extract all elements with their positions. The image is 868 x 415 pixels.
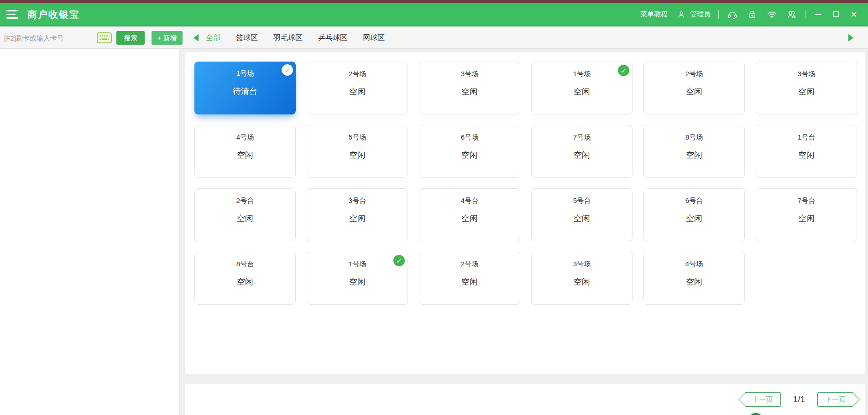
court-status: 空闲 [195, 142, 295, 161]
court-card[interactable]: 3号台 空闲 [307, 188, 408, 241]
court-status: 空闲 [419, 205, 520, 224]
court-card[interactable]: 5号场 空闲 [307, 125, 408, 178]
tab-羽毛球区[interactable]: 羽毛球区 [273, 33, 303, 43]
background-window-strip [0, 0, 868, 3]
court-card[interactable]: 3号场 空闲 [756, 62, 857, 114]
card-number-input[interactable] [0, 34, 94, 42]
court-card[interactable]: 3号场 空闲 [531, 252, 633, 305]
court-name: 2号场 [307, 62, 408, 78]
page-indicator: 1/1 [793, 394, 805, 405]
court-card[interactable]: 6号场 空闲 [419, 125, 520, 178]
court-status: 空闲 [644, 78, 744, 97]
court-name: 3号场 [532, 252, 632, 269]
court-status: 待清台 [194, 78, 296, 97]
keyboard-icon[interactable] [97, 32, 112, 43]
court-card[interactable]: 3号场 空闲 [419, 62, 520, 114]
court-card[interactable]: 1号台 空闲 [756, 125, 857, 178]
court-status: 空闲 [419, 78, 520, 97]
lock-icon[interactable] [746, 9, 758, 21]
court-status: 空闲 [195, 205, 295, 224]
court-grid: ✓ 1号场 待清台 2号场 空闲 3号场 空闲 ✓ 1号场 空闲 2号场 空闲 … [185, 52, 865, 305]
menu-tutorial-link[interactable]: 菜单教程 [640, 10, 668, 19]
switch-user-icon[interactable] [785, 9, 797, 21]
court-card[interactable]: 2号场 空闲 [419, 252, 520, 305]
pagination-bar: 上一页 1/1 下一页 [185, 384, 865, 415]
tab-乒乓球区[interactable]: 乒乓球区 [318, 33, 347, 43]
court-name: 4号场 [644, 252, 744, 269]
tab-全部[interactable]: 全部 [206, 33, 220, 43]
category-tabs: 全部篮球区羽毛球区乒乓球区网球区 [206, 33, 385, 43]
court-name: 1号场 [307, 252, 408, 269]
search-button[interactable]: 搜索 [116, 31, 145, 45]
court-name: 7号场 [532, 125, 632, 142]
court-status: 空闲 [307, 205, 408, 224]
court-name: 2号场 [419, 252, 520, 269]
court-status: 空闲 [307, 269, 408, 287]
title-bar: 商户收银宝 菜单教程 管理员 [0, 3, 868, 26]
court-name: 5号场 [307, 125, 408, 142]
tab-篮球区[interactable]: 篮球区 [236, 33, 258, 43]
court-name: 6号场 [419, 125, 520, 142]
maximize-button[interactable] [831, 10, 841, 20]
court-card[interactable]: ✓ 1号场 空闲 [307, 252, 408, 305]
username-label: 管理员 [690, 10, 711, 19]
court-status: 空闲 [307, 78, 408, 97]
court-card[interactable]: 7号台 空闲 [756, 188, 857, 241]
next-page-button[interactable]: 下一页 [817, 392, 853, 407]
court-name: 1号台 [756, 125, 857, 142]
title-bar-right: 菜单教程 管理员 [640, 9, 868, 21]
court-card[interactable]: 4号场 空闲 [643, 252, 745, 305]
court-name: 4号台 [419, 189, 520, 205]
court-status: 空闲 [419, 142, 520, 161]
app-title: 商户收银宝 [27, 8, 80, 21]
sidebar [0, 49, 180, 415]
court-card[interactable]: 5号台 空闲 [531, 188, 633, 241]
divider [718, 10, 719, 19]
court-card[interactable]: 2号场 空闲 [307, 62, 408, 114]
court-status: 空闲 [644, 205, 744, 224]
add-button[interactable]: + 新增 [152, 31, 183, 45]
next-category-arrow[interactable] [848, 34, 853, 42]
court-card[interactable]: 7号场 空闲 [531, 125, 633, 178]
court-status: 空闲 [195, 269, 295, 287]
minimize-button[interactable] [813, 10, 823, 20]
court-status: 空闲 [756, 142, 857, 161]
court-status: 空闲 [756, 205, 857, 224]
court-status: 空闲 [532, 205, 632, 224]
court-name: 6号台 [644, 189, 744, 205]
wifi-icon[interactable] [766, 9, 778, 21]
court-name: 8号场 [644, 125, 744, 142]
court-status: 空闲 [532, 142, 632, 161]
court-card[interactable]: ✓ 1号场 待清台 [194, 62, 296, 114]
court-name: 3号场 [756, 62, 857, 78]
user-icon [675, 9, 687, 21]
prev-category-arrow[interactable] [193, 34, 199, 42]
court-card[interactable]: ✓ 1号场 空闲 [531, 62, 633, 114]
court-name: 2号场 [644, 62, 744, 78]
court-card[interactable]: 6号台 空闲 [643, 188, 745, 241]
court-name: 1号场 [194, 62, 296, 78]
court-status: 空闲 [419, 269, 520, 287]
tab-网球区[interactable]: 网球区 [363, 33, 385, 43]
court-name: 7号台 [756, 189, 857, 205]
court-card[interactable]: 4号台 空闲 [419, 188, 520, 241]
court-name: 3号场 [419, 62, 520, 78]
court-name: 3号台 [307, 189, 408, 205]
court-status: 空闲 [644, 269, 744, 287]
court-status: 空闲 [307, 142, 408, 161]
headset-support-icon[interactable] [727, 9, 738, 21]
close-button[interactable]: ✕ [849, 10, 859, 20]
current-user[interactable]: 管理员 [675, 9, 711, 21]
court-panel: ✓ 1号场 待清台 2号场 空闲 3号场 空闲 ✓ 1号场 空闲 2号场 空闲 … [185, 52, 865, 374]
check-badge-icon: ✓ [282, 64, 293, 76]
court-card[interactable]: 4号场 空闲 [194, 125, 296, 178]
court-name: 8号台 [195, 252, 295, 269]
court-card[interactable]: 8号台 空闲 [194, 252, 296, 305]
check-badge-icon: ✓ [393, 255, 405, 266]
court-card[interactable]: 2号台 空闲 [194, 188, 296, 241]
hamburger-menu-icon[interactable] [6, 10, 18, 19]
court-card[interactable]: 8号场 空闲 [643, 125, 745, 178]
court-card[interactable]: 2号场 空闲 [643, 62, 745, 114]
court-status: 空闲 [532, 78, 632, 97]
prev-page-button[interactable]: 上一页 [745, 392, 781, 407]
